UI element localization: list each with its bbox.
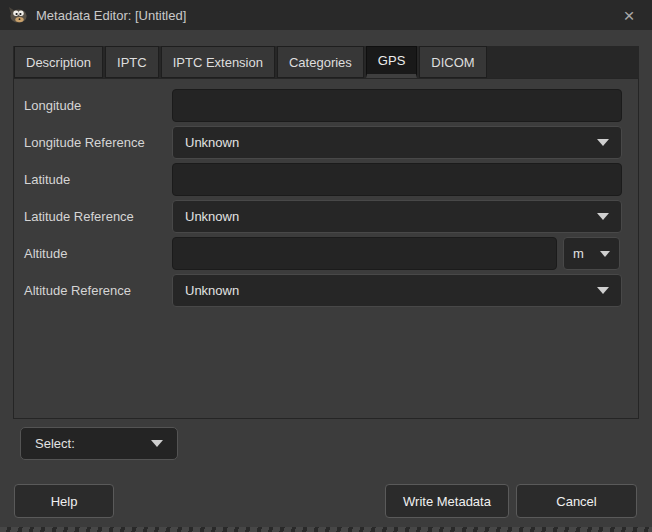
metadata-editor-window: Metadata Editor: [Untitled] × Descriptio… (0, 0, 652, 532)
field-label: Altitude (24, 237, 172, 270)
field-label: Altitude Reference (24, 274, 172, 307)
chevron-down-icon (597, 213, 609, 220)
window-title: Metadata Editor: [Untitled] (36, 8, 186, 23)
tab-gps[interactable]: GPS (366, 46, 417, 78)
longitude-reference-dropdown[interactable]: Unknown (172, 126, 622, 159)
latitude-reference-dropdown[interactable]: Unknown (172, 200, 622, 233)
altitude-input[interactable] (172, 237, 557, 270)
form-row-longitude-reference: Longitude Reference Unknown (24, 126, 622, 159)
write-metadata-button[interactable]: Write Metadata (385, 484, 509, 518)
dropdown-value: m (573, 246, 584, 261)
gps-tab-panel: Longitude Longitude Reference Unknown La… (13, 78, 639, 419)
field-label: Latitude Reference (24, 200, 172, 233)
tab-dicom[interactable]: DICOM (419, 46, 486, 78)
form-row-latitude: Latitude (24, 163, 622, 196)
field-label: Longitude (24, 89, 172, 122)
field-label: Latitude (24, 163, 172, 196)
tab-iptc[interactable]: IPTC (105, 46, 159, 78)
gimp-wilber-icon (8, 7, 28, 23)
chevron-down-icon (597, 287, 609, 294)
chevron-down-icon (597, 139, 609, 146)
select-dropdown[interactable]: Select: (20, 427, 178, 460)
dropdown-value: Unknown (185, 209, 239, 224)
tab-strip: Description IPTC IPTC Extension Categori… (13, 46, 639, 78)
form-row-longitude: Longitude (24, 89, 622, 122)
dropdown-value: Select: (35, 436, 75, 451)
dropdown-value: Unknown (185, 283, 239, 298)
chevron-down-icon (151, 440, 163, 447)
window-resize-edge[interactable] (0, 527, 652, 532)
cancel-button[interactable]: Cancel (516, 484, 637, 518)
form-row-latitude-reference: Latitude Reference Unknown (24, 200, 622, 233)
latitude-input[interactable] (172, 163, 622, 196)
close-button[interactable]: × (610, 0, 648, 30)
dropdown-value: Unknown (185, 135, 239, 150)
tab-iptc-extension[interactable]: IPTC Extension (161, 46, 275, 78)
longitude-input[interactable] (172, 89, 622, 122)
metadata-notebook: Description IPTC IPTC Extension Categori… (13, 46, 639, 419)
field-label: Longitude Reference (24, 126, 172, 159)
tab-categories[interactable]: Categories (277, 46, 364, 78)
altitude-unit-dropdown[interactable]: m (563, 237, 620, 270)
chevron-down-icon (600, 251, 610, 257)
form-row-altitude-reference: Altitude Reference Unknown (24, 274, 622, 307)
form-row-altitude: Altitude m (24, 237, 622, 270)
titlebar: Metadata Editor: [Untitled] × (0, 0, 652, 30)
altitude-reference-dropdown[interactable]: Unknown (172, 274, 622, 307)
tab-description[interactable]: Description (14, 46, 103, 78)
help-button[interactable]: Help (14, 484, 114, 518)
